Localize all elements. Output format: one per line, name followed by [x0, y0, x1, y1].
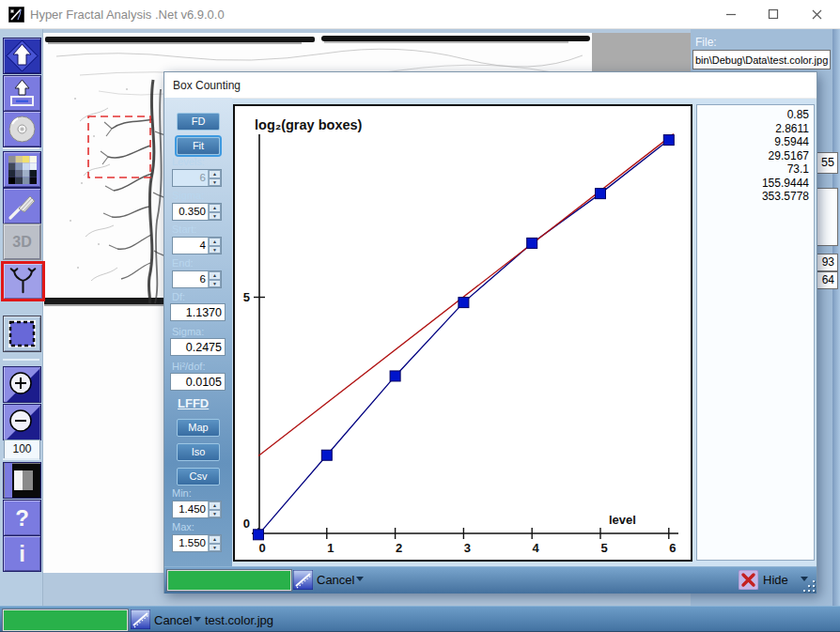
upload-diamond-button[interactable]: [3, 38, 41, 74]
brush-button[interactable]: [3, 188, 41, 224]
contrast-icon: [5, 463, 39, 498]
max-label: Max:: [172, 521, 194, 532]
status-bar: Cancel test.color.jpg: [0, 606, 840, 632]
palette-icon: [8, 156, 37, 184]
cd-button[interactable]: [3, 111, 41, 147]
main-progress-bar: [3, 609, 128, 631]
sidebar-separator: [3, 458, 39, 460]
hide-button[interactable]: Hide: [763, 573, 788, 587]
dialog-title: Box Counting: [173, 79, 241, 92]
max-spinner[interactable]: 1.550 ▲▼: [172, 534, 222, 552]
svg-text:1: 1: [327, 541, 334, 555]
help-button[interactable]: ?: [3, 500, 41, 536]
task-icon: [131, 609, 150, 629]
zoom-percentage-field[interactable]: 100: [4, 439, 40, 459]
dialog-cancel-button[interactable]: Cancel: [317, 573, 354, 587]
sigma-spin-down[interactable]: ▼: [209, 212, 221, 221]
contrast-button[interactable]: [3, 462, 41, 499]
df-field[interactable]: 1.1370: [170, 303, 226, 321]
chart-svg: 012345605log₂(gray boxes)level: [235, 106, 691, 560]
title-bar: Hyper Fractal Analysis .Net v6.9.0.0: [0, 0, 840, 29]
minimize-button[interactable]: [709, 0, 752, 28]
right-panel-edge: [832, 28, 840, 606]
toolbar-sidebar: 3D 100: [0, 28, 43, 606]
end-spinner[interactable]: 6 ▲▼: [172, 270, 222, 288]
palette-button[interactable]: [3, 151, 41, 188]
min-spin-down[interactable]: ▼: [209, 510, 221, 518]
fit-task-icon: [293, 570, 313, 590]
window-title: Hyper Fractal Analysis .Net v6.9.0.0: [30, 8, 225, 22]
box-count-values-list[interactable]: 0.852.86119.594429.516773.1155.9444353.5…: [696, 104, 815, 561]
zoom-in-button[interactable]: [3, 366, 41, 403]
min-spinner[interactable]: 1.450 ▲▼: [172, 501, 222, 518]
end-spin-down[interactable]: ▼: [209, 280, 221, 288]
iso-button[interactable]: Iso: [177, 443, 220, 461]
svg-text:0: 0: [243, 516, 250, 531]
threed-button[interactable]: 3D: [3, 224, 41, 260]
close-icon: [811, 8, 823, 21]
max-spin-up[interactable]: ▲: [209, 535, 221, 544]
list-value: 73.1: [702, 162, 809, 177]
fd-button[interactable]: FD: [177, 113, 220, 131]
hi2dof-label: Hi²/dof:: [172, 361, 205, 372]
fractal-tree-icon: [7, 265, 39, 298]
df-label: Df:: [172, 291, 185, 302]
min-spin-up[interactable]: ▲: [209, 501, 221, 510]
list-value: 29.5167: [702, 149, 809, 163]
levels-spin-up[interactable]: ▲: [209, 170, 221, 178]
main-cancel-dropdown-arrow[interactable]: [194, 617, 201, 625]
sigma-spinner[interactable]: 0.350 ▲▼: [172, 203, 222, 221]
dialog-progress-bar: [167, 570, 291, 591]
zoom-in-icon: [5, 367, 39, 402]
list-value: 0.85: [702, 108, 809, 122]
max-spin-down[interactable]: ▼: [209, 544, 221, 552]
help-icon: ?: [5, 501, 39, 535]
marquee-select-button[interactable]: [3, 316, 41, 352]
marquee-select-icon: [7, 318, 38, 349]
list-value: 155.9444: [702, 177, 809, 191]
levels-spinner[interactable]: 6 ▲▼: [172, 169, 222, 187]
start-spinner[interactable]: 4 ▲▼: [172, 237, 222, 254]
end-spin-up[interactable]: ▲: [209, 271, 221, 280]
dialog-title-bar[interactable]: Box Counting: [164, 72, 817, 99]
min-label: Min:: [172, 487, 192, 499]
maximize-button[interactable]: [752, 0, 794, 28]
info-button[interactable]: i: [3, 535, 41, 572]
zoom-out-button[interactable]: [3, 404, 41, 440]
svg-text:6: 6: [669, 541, 676, 555]
svg-text:2: 2: [396, 541, 402, 555]
cd-disc-icon: [5, 112, 39, 146]
start-spin-up[interactable]: ▲: [209, 238, 221, 246]
dialog-footer-bar: Cancel Hide: [164, 566, 817, 593]
csv-button[interactable]: Csv: [177, 468, 220, 486]
fractal-tree-tool-button[interactable]: [1, 261, 45, 301]
resize-grip[interactable]: [802, 579, 815, 592]
svg-text:5: 5: [600, 541, 607, 555]
svg-text:5: 5: [243, 290, 250, 304]
chart-area: 012345605log₂(gray boxes)level: [233, 104, 692, 562]
svg-text:3: 3: [464, 541, 471, 555]
export-image-button[interactable]: [3, 75, 41, 112]
hide-x-icon[interactable]: [739, 570, 758, 590]
map-button[interactable]: Map: [177, 419, 220, 437]
sigma-label: Sigma:: [172, 190, 204, 201]
start-spin-down[interactable]: ▼: [209, 246, 221, 254]
svg-text:i: i: [19, 541, 25, 566]
upload-diamond-icon: [5, 39, 39, 73]
threed-icon: 3D: [12, 234, 31, 251]
list-value: 2.8611: [702, 122, 809, 136]
svg-text:0: 0: [258, 541, 265, 555]
levels-spin-down[interactable]: ▼: [209, 178, 221, 187]
sidebar-separator: [3, 359, 39, 361]
maximize-icon: [768, 8, 779, 20]
hi2dof-field[interactable]: 0.0105: [170, 373, 226, 391]
sigma-fit-field[interactable]: 0.2475: [170, 338, 226, 356]
dialog-cancel-dropdown-arrow[interactable]: [356, 577, 364, 585]
sigma-spin-up[interactable]: ▲: [209, 204, 221, 212]
export-image-icon: [5, 76, 39, 111]
fit-button[interactable]: Fit: [177, 137, 220, 155]
main-cancel-button[interactable]: Cancel: [154, 613, 192, 627]
status-filename: test.color.jpg: [205, 613, 273, 627]
close-button[interactable]: [794, 0, 840, 28]
file-path-input[interactable]: [692, 50, 831, 69]
